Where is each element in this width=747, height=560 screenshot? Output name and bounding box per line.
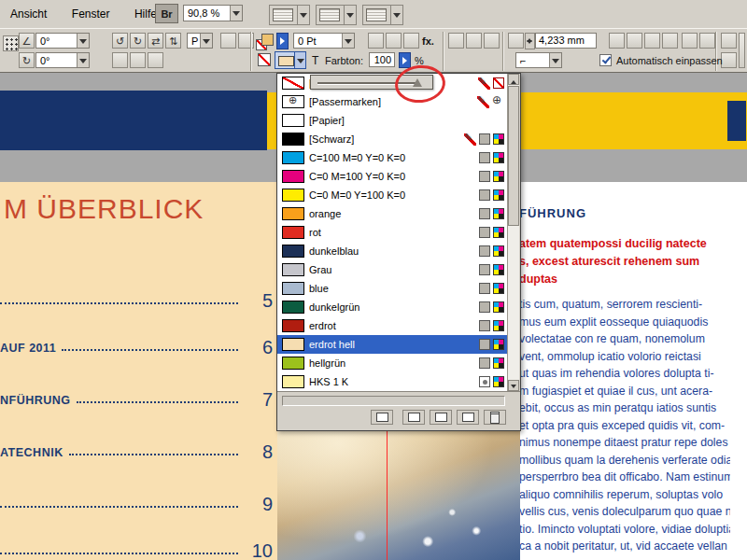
scroll-up-icon[interactable]	[508, 74, 519, 85]
toolbar-icon[interactable]	[508, 33, 524, 49]
reference-point-proxy[interactable]	[3, 35, 19, 51]
fill-proxy[interactable]	[256, 34, 273, 49]
swatch-row-icons	[478, 77, 504, 90]
panel-menu-icon[interactable]	[739, 33, 745, 68]
screen-mode-dropdown[interactable]	[316, 5, 357, 25]
fit-proportionally-button[interactable]	[662, 33, 678, 49]
center-content-button[interactable]	[644, 33, 660, 49]
view-options-dropdown[interactable]	[269, 5, 310, 25]
text-wrap-bounding-button[interactable]	[466, 33, 482, 49]
swatch-row[interactable]: blue	[277, 279, 509, 298]
bridge-button[interactable]: Br	[155, 4, 178, 23]
swatch-row[interactable]: dunkelgrün	[277, 298, 509, 316]
separator	[502, 32, 504, 71]
toolbar-icon[interactable]	[699, 33, 715, 49]
cmyk-icon	[493, 189, 504, 201]
gap-stepper[interactable]	[525, 33, 535, 49]
swatch-row[interactable]: [Papier]	[277, 111, 509, 130]
swatch-row[interactable]: hellgrün	[277, 354, 509, 372]
swatch-row[interactable]: [Schwarz]	[277, 130, 509, 148]
toolbar-icon[interactable]	[220, 33, 236, 49]
stroke-style-dropdown[interactable]: ⌐	[515, 52, 562, 68]
cmyk-icon	[493, 376, 504, 387]
swatch-scrollbar[interactable]	[507, 74, 519, 391]
page-banner-blue	[0, 91, 267, 150]
fit-frame-to-content-button[interactable]	[627, 33, 642, 49]
cmyk-icon	[493, 152, 504, 163]
formatting-affects-text-icon[interactable]: T	[312, 54, 318, 67]
margin-guide	[387, 427, 388, 560]
cmyk-icon	[493, 133, 504, 145]
view-options-icon	[273, 8, 293, 21]
swatch-row[interactable]: rot	[277, 223, 509, 242]
toolbar-icon[interactable]	[148, 52, 163, 68]
swatch-color-chip	[282, 338, 304, 351]
fill-color-dropdown[interactable]	[275, 51, 306, 69]
swatch-row[interactable]: [Passermarken]	[277, 92, 509, 111]
text-wrap-shape-button[interactable]	[484, 33, 500, 49]
toolbar-icon[interactable]	[368, 33, 384, 49]
show-all-swatches-button[interactable]	[371, 410, 393, 425]
new-swatch-button[interactable]	[457, 410, 479, 425]
swatch-row[interactable]: erdrot hell	[277, 335, 509, 354]
toolbar-icon[interactable]	[721, 33, 737, 49]
container-formatting-toggle[interactable]	[276, 33, 289, 49]
stroke-weight-combo[interactable]: 0 Pt	[293, 33, 355, 49]
toolbar-icon[interactable]	[386, 33, 402, 49]
menu-ansicht[interactable]: Ansicht	[0, 0, 57, 27]
body-text-line: vent, ommolup icatio volorio reictasi	[519, 348, 730, 366]
zoom-level-dropdown[interactable]: 90,8 %	[183, 5, 243, 21]
swatch-row[interactable]: erdrot	[277, 316, 509, 335]
show-gradient-swatches-button[interactable]	[430, 410, 452, 425]
selected-swatch-chip	[278, 56, 294, 66]
swatch-row-icons	[479, 171, 504, 182]
fit-content-to-frame-button[interactable]	[609, 33, 625, 49]
arrange-documents-dropdown[interactable]	[362, 5, 403, 25]
body-text-line: aliquo comnihilis reperum, soluptas volo	[519, 486, 730, 504]
paragraph-style-dropdown[interactable]: P	[187, 33, 213, 49]
scrollbar-thumb[interactable]	[508, 86, 519, 226]
toolbar-icon[interactable]	[112, 52, 128, 68]
rotate-ccw-button[interactable]: ↺	[112, 33, 128, 49]
menu-fenster[interactable]: Fenster	[62, 0, 120, 27]
shear-angle-combo[interactable]: 0°	[35, 33, 90, 49]
rotation-angle-value: 0°	[40, 53, 50, 68]
toolbar-icon[interactable]	[721, 52, 737, 68]
swatch-row[interactable]: C=100 M=0 Y=0 K=0	[277, 148, 509, 167]
dropdown-arrow-icon	[390, 6, 402, 24]
flip-horizontal-button[interactable]: ⇄	[148, 33, 163, 49]
square-icon	[479, 152, 490, 163]
text-wrap-off-button[interactable]	[448, 33, 464, 49]
body-text-line: et opta pra quis exceped quidis vit, com…	[519, 417, 730, 435]
effects-menu[interactable]: fx.	[422, 35, 434, 47]
fill-frame-proportionally-button[interactable]	[682, 33, 698, 49]
swatch-name-label: HKS 1 K	[309, 376, 474, 387]
body-text-line: ut quas im rehendia volores dolupta ti-	[519, 365, 730, 383]
swatch-row[interactable]: HKS 1 K	[277, 372, 509, 391]
toc-page-number: 7	[243, 390, 273, 409]
rotation-angle-combo[interactable]: 0°	[35, 52, 90, 68]
stroke-proxy[interactable]	[258, 53, 271, 66]
swatch-color-chip	[282, 207, 304, 220]
scroll-down-icon[interactable]	[508, 380, 519, 391]
rotate-cw-button[interactable]: ↻	[130, 33, 146, 49]
swatch-row[interactable]: dunkelblau	[277, 242, 509, 260]
toolbar-icon[interactable]	[130, 52, 146, 68]
swatch-row[interactable]: Grau	[277, 260, 509, 279]
tint-value-field[interactable]: 100	[369, 52, 395, 67]
swatch-row[interactable]: C=0 M=100 Y=0 K=0	[277, 167, 509, 186]
toolbar-icon[interactable]	[403, 33, 419, 49]
swatch-color-chip	[282, 319, 304, 332]
swatch-row[interactable]: orange	[277, 204, 509, 223]
flip-vertical-button[interactable]: ⇅	[165, 33, 181, 49]
tint-slider-toggle[interactable]	[399, 52, 411, 68]
swatch-panel-footer	[277, 391, 520, 430]
gap-width-field[interactable]: 4,233 mm	[535, 33, 597, 49]
swatch-row[interactable]: C=0 M=0 Y=100 K=0	[277, 186, 509, 204]
autofit-checkbox[interactable]	[599, 54, 612, 66]
swatch-name-label: erdrot hell	[309, 339, 474, 350]
delete-swatch-button[interactable]	[484, 410, 506, 425]
show-color-swatches-button[interactable]	[402, 410, 425, 425]
control-panel: ∠ 0° ↺ ↻ ⇄ ⇅ P 0 Pt fx.	[0, 28, 747, 73]
section-heading: FÜHRUNG	[519, 206, 586, 220]
